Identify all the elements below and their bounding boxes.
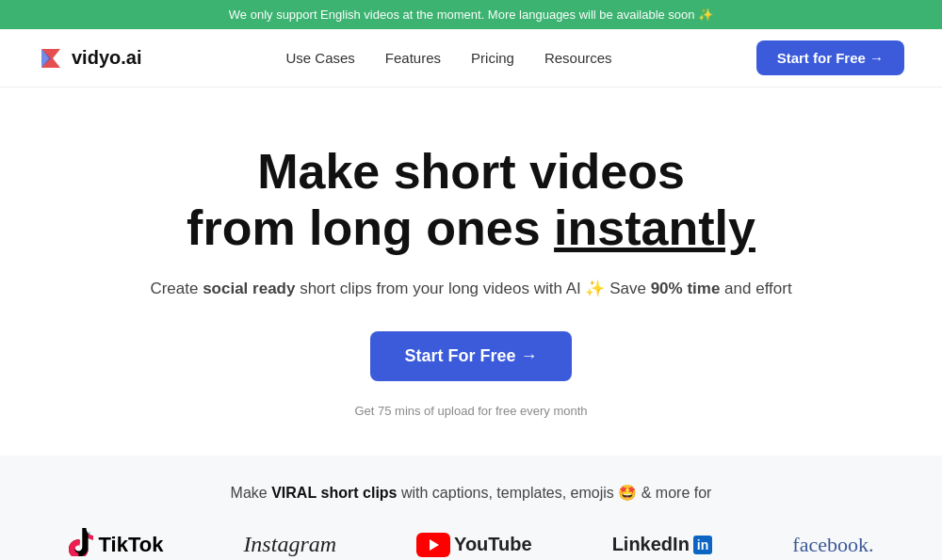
tiktok-icon: [69, 528, 93, 560]
youtube-play-icon: [416, 533, 450, 557]
logo[interactable]: vidyo.ai: [38, 45, 141, 72]
announcement-banner: We only support English videos at the mo…: [0, 0, 942, 29]
nav-item-features[interactable]: Features: [385, 50, 441, 67]
logo-icon: [38, 45, 64, 72]
linkedin-text: LinkedIn: [612, 534, 690, 555]
hero-headline-underline: instantly: [554, 200, 755, 255]
hero-cta-button[interactable]: Start For Free →: [370, 331, 571, 381]
platforms-section: Make VIRAL short clips with captions, te…: [0, 456, 942, 560]
nav-item-resources[interactable]: Resources: [544, 50, 612, 67]
banner-sparkle: ✨: [698, 8, 713, 22]
youtube-logo: YouTube: [416, 533, 532, 557]
linkedin-logo: LinkedIn in: [612, 534, 713, 555]
nav-cta-button[interactable]: Start for Free →: [756, 40, 904, 75]
instagram-logo: Instagram: [243, 532, 336, 557]
linkedin-in-icon: in: [693, 536, 712, 554]
facebook-logo: facebook.: [792, 533, 873, 557]
hero-description: Create social ready short clips from you…: [38, 276, 904, 301]
nav-item-use-cases[interactable]: Use Cases: [286, 50, 355, 67]
platforms-row: TikTok Instagram YouTube LinkedIn in fac…: [38, 528, 904, 560]
nav-links: Use Cases Features Pricing Resources: [286, 50, 612, 67]
youtube-text: YouTube: [454, 534, 532, 555]
nav-item-pricing[interactable]: Pricing: [471, 50, 514, 67]
platforms-tagline: Make VIRAL short clips with captions, te…: [38, 484, 904, 502]
logo-text: vidyo.ai: [72, 47, 141, 69]
main-nav: vidyo.ai Use Cases Features Pricing Reso…: [0, 29, 942, 88]
hero-section: Make short videos from long ones instant…: [0, 88, 942, 456]
tiktok-logo: TikTok: [69, 528, 164, 560]
banner-text: We only support English videos at the mo…: [229, 8, 695, 22]
hero-subtext: Get 75 mins of upload for free every mon…: [38, 404, 904, 418]
hero-headline: Make short videos from long ones instant…: [38, 144, 904, 257]
facebook-text: facebook.: [792, 533, 873, 557]
